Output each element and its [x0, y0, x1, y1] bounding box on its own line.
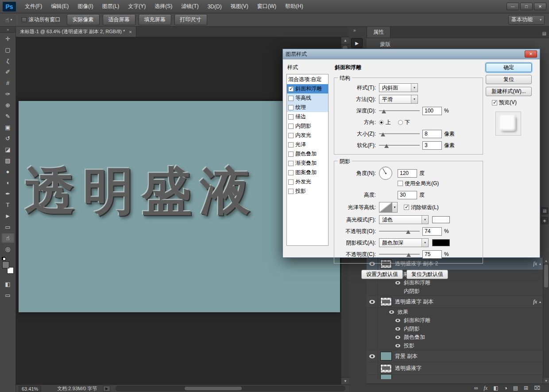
soften-input[interactable] [422, 141, 442, 150]
default-colors-icon[interactable] [2, 257, 6, 260]
scrollbar-thumb[interactable] [185, 387, 242, 390]
tool-history-brush[interactable]: ↺ [1, 133, 15, 144]
collapsed-panel-icon-a[interactable]: ▤ [541, 207, 548, 214]
visibility-eye-icon[interactable] [395, 336, 400, 339]
angle-input[interactable] [398, 169, 417, 178]
dialog-close-button[interactable]: ✕ [525, 50, 537, 58]
panel-flyout-button[interactable]: ▶ [351, 38, 363, 48]
checkbox[interactable] [288, 105, 294, 110]
fill-screen-button[interactable]: 填充屏幕 [139, 14, 171, 25]
layer-thumbnail[interactable] [380, 297, 392, 306]
new-group-icon[interactable]: ▤ [513, 385, 518, 391]
tool-dodge[interactable]: ◖ [1, 178, 15, 188]
style-item-contour[interactable]: 等高线 [287, 93, 328, 103]
adjustment-layer-icon[interactable]: ◑ [504, 385, 507, 391]
scroll-down-button[interactable]: ▼ [543, 378, 549, 384]
tool-gradient[interactable]: ▧ [1, 155, 15, 166]
direction-down-radio[interactable] [398, 120, 403, 125]
style-item-stroke[interactable]: 描边 [287, 112, 328, 121]
shadow-mode-dropdown[interactable]: 颜色加深 ▾ [379, 238, 429, 247]
style-item-satin[interactable]: 光泽 [287, 140, 328, 149]
tool-hand[interactable]: ☝ [1, 233, 15, 243]
document-tab[interactable]: 未标题-1 @ 63.4% (透明盛液字 副本 2, RGB/8) * × [16, 27, 136, 37]
tool-path-selection[interactable]: ► [1, 211, 15, 221]
set-default-button[interactable]: 设置为默认值 [361, 270, 403, 279]
menu-file[interactable]: 文件(F) [20, 0, 46, 13]
zoom-level-field[interactable]: 63.41% [19, 386, 41, 392]
visibility-eye-icon[interactable] [395, 327, 400, 331]
style-item-color-overlay[interactable]: 颜色叠加 [287, 149, 328, 159]
tool-pen[interactable]: ✒ [1, 189, 15, 199]
color-swatches[interactable] [1, 259, 15, 274]
checkbox[interactable] [288, 142, 294, 147]
screen-mode-button[interactable]: ▭ [1, 290, 15, 300]
reset-button[interactable]: 复位 [486, 75, 532, 84]
menu-image[interactable]: 图像(I) [73, 0, 97, 13]
close-button[interactable]: ✕ [534, 3, 546, 10]
status-flyout-button[interactable]: ▶ [103, 386, 110, 392]
visibility-eye-icon[interactable] [367, 350, 378, 362]
minimize-button[interactable]: — [506, 3, 519, 10]
tool-rectangular-marquee[interactable]: ▢ [1, 45, 15, 55]
style-item-pattern-overlay[interactable]: 图案叠加 [287, 168, 328, 177]
effect-row[interactable]: 颜色叠加 [367, 333, 543, 342]
checkbox[interactable] [288, 151, 294, 157]
tool-spot-healing-brush[interactable]: ⊕ [1, 100, 15, 110]
depth-slider[interactable] [379, 108, 420, 114]
layers-scrollbar[interactable]: ▲ ▼ [543, 258, 549, 384]
menu-select[interactable]: 选择(S) [150, 0, 177, 13]
style-item-texture[interactable]: 纹理 [287, 103, 328, 112]
size-slider[interactable] [379, 131, 420, 137]
tool-lasso[interactable]: ζ [1, 56, 15, 66]
dialog-titlebar[interactable]: 图层样式 ✕ [283, 49, 540, 59]
checkbox[interactable] [288, 170, 294, 175]
layer-style-icon[interactable]: fx [484, 385, 488, 391]
style-item-blending-options[interactable]: 混合选项:自定 [287, 75, 328, 84]
menu-type[interactable]: 文字(Y) [124, 0, 150, 13]
scroll-up-button[interactable]: ▲ [543, 258, 549, 264]
menu-window[interactable]: 窗口(W) [253, 0, 281, 13]
style-item-outer-glow[interactable]: 外发光 [287, 177, 328, 186]
actual-pixels-button[interactable]: 实际像素 [67, 14, 100, 25]
shadow-color-swatch[interactable] [432, 239, 450, 246]
shadow-opacity-input[interactable] [422, 250, 442, 259]
checkbox[interactable] [288, 189, 294, 194]
visibility-eye-icon[interactable] [389, 310, 394, 314]
print-size-button[interactable]: 打印尺寸 [174, 14, 207, 25]
style-item-drop-shadow[interactable]: 投影 [287, 186, 328, 196]
fit-screen-button[interactable]: 适合屏幕 [103, 14, 135, 25]
quick-mask-button[interactable]: ◧ [1, 279, 15, 289]
layer-fx-badge[interactable]: fx [533, 299, 537, 305]
scroll-all-windows-option[interactable]: 滚动所有窗口 [22, 16, 61, 23]
checkbox-checked[interactable] [288, 86, 294, 92]
layer-thumbnail[interactable] [380, 364, 392, 373]
collapsed-panel-icon-b[interactable]: ◈ [541, 217, 548, 224]
contour-thumbnail[interactable] [379, 202, 392, 213]
layer-thumbnail[interactable] [380, 375, 392, 379]
tool-blur[interactable]: ● [1, 167, 15, 177]
effect-row[interactable]: 内阴影 [367, 325, 543, 333]
menu-layer[interactable]: 图层(L) [98, 0, 124, 13]
scrollbar-thumb[interactable] [544, 264, 548, 287]
style-item-inner-shadow[interactable]: 内阴影 [287, 121, 328, 131]
checkbox[interactable] [288, 96, 294, 101]
highlight-opacity-input[interactable] [422, 227, 442, 236]
menu-filter[interactable]: 滤镜(T) [177, 0, 203, 13]
shadow-opacity-slider[interactable] [379, 251, 420, 257]
tab-properties[interactable]: 属性 [367, 26, 390, 38]
technique-dropdown[interactable]: 平滑 ▾ [379, 95, 418, 104]
style-item-bevel-emboss[interactable]: 斜面和浮雕 [287, 84, 328, 93]
menu-view[interactable]: 视图(V) [226, 0, 253, 13]
effect-row[interactable]: 效果 [367, 308, 543, 316]
current-tool-icon[interactable]: ☝ ▾ [5, 16, 12, 23]
fx-collapse-icon[interactable]: ▴ [539, 300, 541, 304]
menu-edit[interactable]: 编辑(E) [46, 0, 73, 13]
style-item-gradient-overlay[interactable]: 渐变叠加 [287, 159, 328, 168]
effect-row[interactable]: 投影 [367, 342, 543, 350]
tab-close-icon[interactable]: × [129, 29, 131, 35]
delete-layer-icon[interactable]: ⌧ [534, 385, 540, 391]
highlight-mode-dropdown[interactable]: 滤色 ▾ [379, 215, 429, 224]
preview-checkbox[interactable] [492, 100, 497, 105]
tool-quick-selection[interactable]: ✐ [1, 67, 15, 77]
tool-eyedropper[interactable]: ✑ [1, 89, 15, 99]
